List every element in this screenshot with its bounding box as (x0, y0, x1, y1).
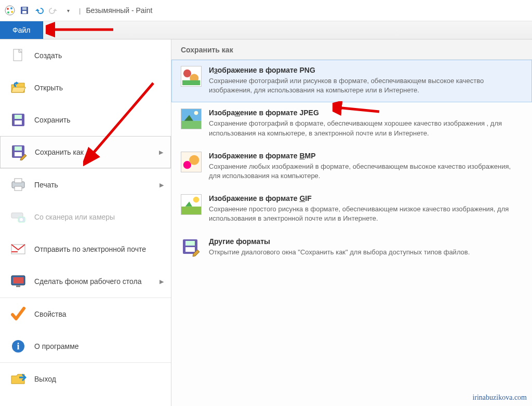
svg-rect-18 (15, 179, 22, 183)
svg-rect-34 (182, 80, 200, 86)
file-item-label: Печать (34, 181, 58, 189)
chevron-right-icon: ▶ (159, 278, 164, 285)
png-thumb-icon (181, 66, 202, 87)
info-icon: i (9, 337, 27, 355)
file-item-label: О программе (34, 342, 79, 350)
format-title: Другие форматы (209, 237, 523, 246)
file-menu-left: Создать Открыть Сохранить Сохранить как … (0, 39, 171, 406)
format-desc: Открытие диалогового окна "Сохранить как… (209, 248, 523, 257)
save-as-icon (10, 143, 28, 161)
svg-rect-6 (22, 7, 26, 10)
svg-point-38 (194, 111, 198, 115)
wallpaper-icon (9, 273, 27, 290)
print-icon (9, 176, 27, 194)
ribbon-tabs: Файл (0, 21, 532, 39)
format-desc: Сохранение любых изображений в формате, … (209, 162, 523, 181)
svg-point-0 (5, 6, 15, 15)
file-item-new[interactable]: Создать (0, 39, 171, 72)
file-item-label: Сохранить (34, 116, 71, 124)
titlebar-separator: | (79, 7, 81, 15)
save-as-panel: Сохранить как Изображение в формате PNG … (171, 39, 532, 406)
svg-rect-13 (15, 120, 22, 125)
window-title: Безымянный - Paint (86, 6, 152, 15)
format-title: Изображение в формате BMP (209, 152, 523, 160)
svg-rect-26 (13, 277, 23, 283)
chevron-right-icon: ▶ (159, 149, 163, 156)
file-item-print[interactable]: Печать ▶ (0, 169, 171, 201)
file-item-label: Открыть (34, 84, 63, 92)
svg-rect-48 (185, 247, 195, 252)
chevron-right-icon: ▶ (159, 182, 164, 188)
app-icon (4, 5, 16, 16)
format-item-png[interactable]: Изображение в формате PNG Сохранение фот… (171, 60, 532, 102)
svg-point-32 (183, 70, 191, 77)
svg-rect-24 (11, 251, 18, 252)
file-item-exit[interactable]: Выход (0, 363, 171, 395)
svg-point-1 (7, 8, 9, 10)
file-item-email[interactable]: Отправить по электронной почте (0, 233, 171, 265)
exit-icon (9, 370, 27, 388)
svg-rect-36 (181, 121, 201, 129)
file-item-scanner: Со сканера или камеры (0, 201, 171, 233)
file-item-wallpaper[interactable]: Сделать фоном рабочего стола ▶ (0, 265, 171, 297)
gif-thumb-icon (181, 194, 202, 215)
format-item-other[interactable]: Другие форматы Открытие диалогового окна… (171, 231, 532, 265)
file-item-save[interactable]: Сохранить (0, 104, 171, 136)
file-item-properties[interactable]: Свойства (0, 298, 171, 330)
format-item-bmp[interactable]: Изображение в формате BMP Сохранение люб… (171, 145, 532, 188)
file-item-about[interactable]: i О программе (0, 330, 171, 362)
save-as-header: Сохранить как (171, 39, 532, 60)
svg-rect-47 (185, 241, 195, 246)
file-item-label: Сохранить как (35, 148, 84, 156)
svg-rect-27 (16, 286, 20, 287)
tab-file-label: Файл (12, 26, 30, 34)
other-thumb-icon (181, 237, 202, 258)
svg-rect-15 (15, 146, 22, 151)
format-desc: Сохранение простого рисунка в формате, о… (209, 205, 523, 223)
svg-rect-43 (181, 207, 201, 214)
jpeg-thumb-icon (181, 109, 202, 129)
file-item-label: Свойства (34, 310, 66, 318)
svg-text:i: i (17, 341, 19, 351)
redo-icon[interactable] (48, 5, 59, 16)
format-list: Изображение в формате PNG Сохранение фот… (171, 60, 532, 265)
open-icon (9, 79, 27, 97)
format-title: Изображение в формате PNG (209, 66, 523, 74)
save-icon[interactable] (19, 5, 30, 16)
format-desc: Сохранение фотографий или рисунков в фор… (209, 76, 523, 95)
svg-point-4 (7, 11, 9, 13)
format-item-gif[interactable]: Изображение в формате GIF Сохранение про… (171, 188, 532, 231)
check-icon (9, 305, 27, 323)
svg-point-22 (20, 218, 23, 221)
file-item-label: Создать (34, 51, 62, 60)
new-icon (9, 47, 27, 64)
format-desc: Сохранение фотографий в формате, обеспеч… (209, 119, 523, 138)
watermark: irinabuzikova.com (472, 394, 527, 402)
format-title: Изображение в формате JPEG (209, 109, 523, 117)
email-icon (9, 240, 27, 258)
scanner-icon (9, 208, 27, 226)
svg-point-44 (193, 197, 199, 202)
svg-rect-12 (15, 115, 22, 119)
svg-rect-16 (15, 152, 22, 156)
bmp-thumb-icon (181, 152, 202, 172)
svg-point-3 (11, 11, 13, 13)
svg-point-2 (10, 7, 12, 9)
file-item-label: Отправить по электронной почте (34, 245, 146, 253)
file-item-label: Сделать фоном рабочего стола (34, 277, 142, 286)
file-menu-panel: Создать Открыть Сохранить Сохранить как … (0, 39, 532, 406)
undo-icon[interactable] (33, 5, 45, 16)
save-icon (9, 111, 27, 129)
format-title: Изображение в формате GIF (209, 194, 523, 202)
format-item-jpeg[interactable]: Изображение в формате JPEG Сохранение фо… (171, 102, 532, 145)
titlebar: ▾ | Безымянный - Paint (0, 0, 532, 21)
file-item-label: Выход (34, 375, 56, 383)
file-item-save-as[interactable]: Сохранить как ▶ (0, 136, 171, 168)
file-item-open[interactable]: Открыть (0, 72, 171, 104)
file-item-label: Со сканера или камеры (34, 213, 115, 221)
tab-file[interactable]: Файл (0, 21, 43, 39)
svg-point-41 (189, 155, 199, 165)
svg-rect-19 (15, 186, 22, 191)
qat-dropdown-icon[interactable]: ▾ (62, 5, 74, 16)
svg-rect-7 (22, 11, 26, 13)
